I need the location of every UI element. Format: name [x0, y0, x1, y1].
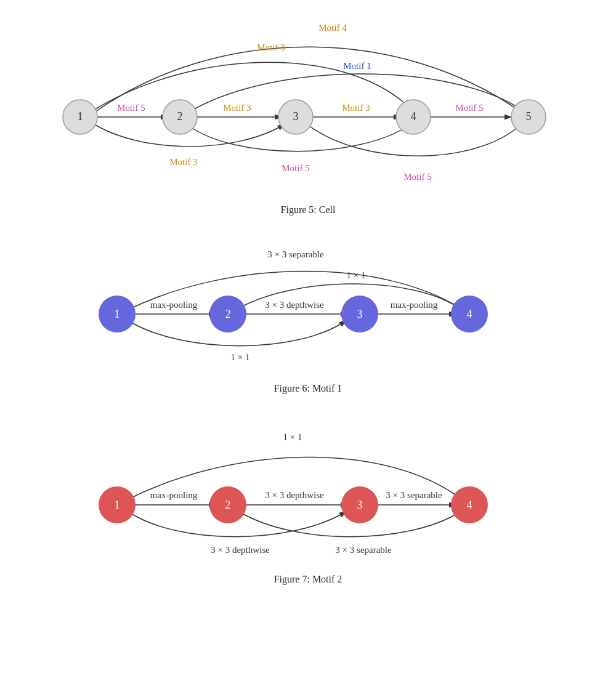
label-motif3-3-4: Motif 3: [342, 103, 370, 113]
motif2-node-2-label: 2: [225, 499, 231, 511]
figure-7: 1 × 1 max-pooling 3 × 3 depthwise 3 × 3 …: [0, 413, 616, 585]
label-3x3sep-bottom-m2: 3 × 3 separable: [335, 545, 392, 555]
page: Motif 4 Motif 3 Motif 1 Motif 5 Motif 3 …: [0, 0, 616, 616]
label-maxpool-1-2: max-pooling: [150, 300, 198, 310]
motif1-node-4-label: 4: [467, 308, 472, 320]
label-motif3-1-3: Motif 3: [169, 157, 197, 167]
node-2-label: 2: [177, 110, 183, 123]
motif2-diagram: 1 × 1 max-pooling 3 × 3 depthwise 3 × 3 …: [62, 413, 554, 566]
cell-diagram: Motif 4 Motif 3 Motif 1 Motif 5 Motif 3 …: [31, 12, 585, 197]
label-3x3dep-2-3-m2: 3 × 3 depthwise: [265, 490, 324, 500]
motif1-node-2-label: 2: [225, 308, 231, 320]
motif1-node-3-label: 3: [357, 308, 363, 320]
label-motif4-top: Motif 4: [318, 23, 347, 33]
node-4-label: 4: [411, 110, 416, 123]
label-motif5-2-4: Motif 5: [282, 163, 309, 173]
label-3x3sep-top: 3 × 3 separable: [267, 249, 324, 259]
label-3x3dep-2-3: 3 × 3 depthwise: [265, 300, 324, 310]
label-3x3sep-3-4-m2: 3 × 3 separable: [386, 490, 442, 500]
motif2-node-1-label: 1: [115, 499, 120, 511]
label-1x1-top: 1 × 1: [347, 270, 366, 280]
node-3-label: 3: [293, 110, 299, 123]
motif2-node-3-label: 3: [357, 499, 363, 511]
label-1x1-bottom: 1 × 1: [231, 352, 250, 362]
label-motif5-4-5: Motif 5: [455, 103, 483, 113]
figure-5: Motif 4 Motif 3 Motif 1 Motif 5 Motif 3 …: [0, 12, 616, 216]
label-motif3-top: Motif 3: [257, 42, 285, 52]
node-1-label: 1: [78, 110, 83, 123]
motif2-node-4-label: 4: [467, 499, 472, 511]
motif1-node-1-label: 1: [115, 308, 120, 320]
label-motif1-top: Motif 1: [343, 61, 371, 71]
node-5-label: 5: [526, 110, 532, 123]
label-3x3dep-bottom-m2: 3 × 3 depthwise: [211, 545, 270, 555]
motif1-diagram: 3 × 3 separable 1 × 1 max-pooling 3 × 3 …: [62, 234, 554, 376]
label-motif5-3-5: Motif 5: [403, 172, 431, 182]
figure-6: 3 × 3 separable 1 × 1 max-pooling 3 × 3 …: [0, 234, 616, 394]
caption-fig7: Figure 7: Motif 2: [274, 574, 342, 585]
caption-fig5: Figure 5: Cell: [281, 204, 336, 216]
label-motif5-1-2: Motif 5: [117, 103, 145, 113]
caption-fig6: Figure 6: Motif 1: [274, 383, 342, 394]
label-1x1-top-m2: 1 × 1: [283, 432, 302, 442]
label-maxpool-3-4: max-pooling: [391, 300, 438, 310]
label-motif3-2-3: Motif 3: [223, 103, 251, 113]
label-maxpool-1-2-m2: max-pooling: [150, 490, 198, 500]
